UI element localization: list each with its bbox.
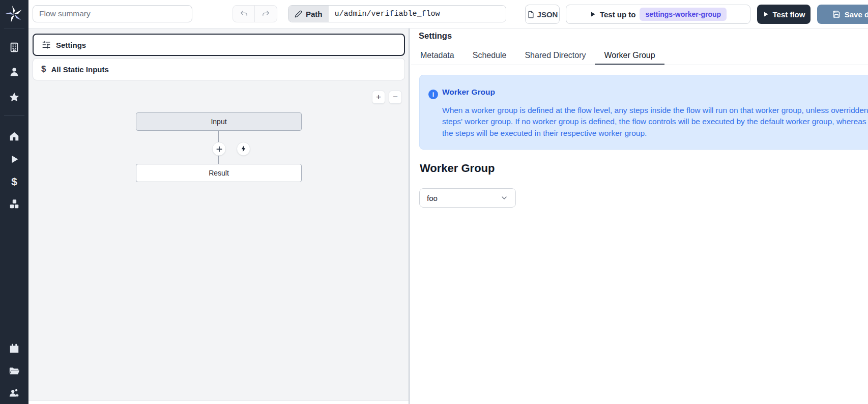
- info-line: the steps will be executed in their resp…: [442, 128, 868, 139]
- test-up-to-label: Test up to: [600, 10, 636, 19]
- add-step-button[interactable]: [212, 142, 226, 156]
- zoom-out-button[interactable]: −: [389, 91, 402, 104]
- flow-result-node[interactable]: Result: [136, 164, 302, 182]
- test-flow-button[interactable]: Test flow: [757, 5, 811, 24]
- add-trigger-button[interactable]: [237, 142, 250, 156]
- all-static-inputs-node[interactable]: $ All Static Inputs: [33, 58, 405, 80]
- edit-path-button[interactable]: Path: [288, 6, 329, 22]
- json-button-label: JSON: [537, 10, 558, 19]
- save-draft-button[interactable]: Save draft: [817, 5, 868, 24]
- redo-button[interactable]: [255, 6, 277, 22]
- file-json-icon: [527, 11, 535, 18]
- variables-dollar-icon[interactable]: $: [9, 176, 20, 187]
- canvas-bottom-bar: [28, 400, 409, 404]
- app-sidebar: $: [0, 0, 28, 404]
- info-icon: i: [428, 90, 438, 99]
- user-icon[interactable]: [9, 66, 20, 77]
- tab-shared-directory[interactable]: Shared Directory: [515, 47, 595, 65]
- worker-group-section-title: Worker Group: [420, 162, 495, 175]
- flow-settings-node[interactable]: Settings: [33, 34, 405, 56]
- groups-users-gear-icon[interactable]: [9, 388, 20, 399]
- test-up-to-button[interactable]: Test up to settings-worker-group: [566, 5, 750, 24]
- top-toolbar: Path JSON Test up to settings-worker-gro…: [28, 0, 868, 28]
- tab-worker-group[interactable]: Worker Group: [595, 47, 664, 65]
- settings-panel-title: Settings: [419, 31, 452, 41]
- info-callout-title: Worker Group: [442, 88, 495, 97]
- json-export-button[interactable]: JSON: [525, 5, 560, 24]
- path-field-group: Path: [288, 5, 506, 22]
- settings-panel: Settings Metadata Schedule Shared Direct…: [410, 28, 868, 404]
- tab-metadata[interactable]: Metadata: [411, 47, 464, 65]
- info-callout-body: When a worker group is defined at the fl…: [442, 105, 868, 139]
- workspace-building-icon[interactable]: [9, 42, 20, 53]
- sliders-icon: [42, 40, 51, 49]
- play-icon: [590, 11, 596, 18]
- zoom-in-button[interactable]: +: [372, 91, 385, 104]
- settings-tabs: Metadata Schedule Shared Directory Worke…: [411, 47, 868, 65]
- tab-schedule[interactable]: Schedule: [464, 47, 516, 65]
- save-draft-label: Save draft: [845, 10, 868, 19]
- undo-icon: [240, 10, 248, 18]
- worker-group-select-value: foo: [427, 194, 438, 203]
- input-node-label: Input: [211, 118, 226, 126]
- runs-play-icon[interactable]: [9, 154, 20, 165]
- worker-group-info-callout: i Worker Group When a worker group is de…: [419, 75, 868, 150]
- home-icon[interactable]: [9, 131, 20, 142]
- info-line: steps' worker group. If no worker group …: [442, 116, 868, 127]
- static-inputs-label: All Static Inputs: [51, 65, 108, 74]
- path-label: Path: [306, 10, 323, 18]
- schedules-calendar-icon[interactable]: [9, 343, 20, 354]
- path-value-input[interactable]: [329, 6, 506, 22]
- folders-icon[interactable]: [9, 365, 20, 377]
- flow-settings-label: Settings: [56, 41, 86, 49]
- dollar-icon: $: [41, 64, 46, 74]
- windmill-logo-icon[interactable]: [5, 5, 23, 23]
- favorites-star-icon[interactable]: [9, 92, 20, 103]
- panel-divider[interactable]: [409, 28, 410, 404]
- worker-group-select[interactable]: foo: [419, 188, 516, 208]
- flow-graph-panel: Settings $ All Static Inputs + − Input R…: [28, 28, 409, 404]
- result-node-label: Result: [209, 169, 229, 177]
- test-up-to-step-badge[interactable]: settings-worker-group: [640, 8, 727, 21]
- flow-summary-input[interactable]: [33, 5, 192, 22]
- test-flow-label: Test flow: [773, 10, 805, 19]
- info-line: When a worker group is defined at the fl…: [442, 105, 868, 116]
- play-icon: [763, 11, 769, 18]
- undo-redo-group: [233, 5, 277, 22]
- undo-button[interactable]: [233, 6, 255, 22]
- flow-input-node[interactable]: Input: [136, 112, 302, 131]
- plus-icon: [216, 146, 223, 153]
- chevron-down-icon: [500, 194, 508, 202]
- pencil-icon: [295, 10, 302, 18]
- redo-icon: [262, 10, 270, 18]
- lightning-bolt-icon: [240, 145, 247, 153]
- save-floppy-icon: [832, 10, 841, 18]
- resources-cubes-icon[interactable]: [9, 198, 20, 210]
